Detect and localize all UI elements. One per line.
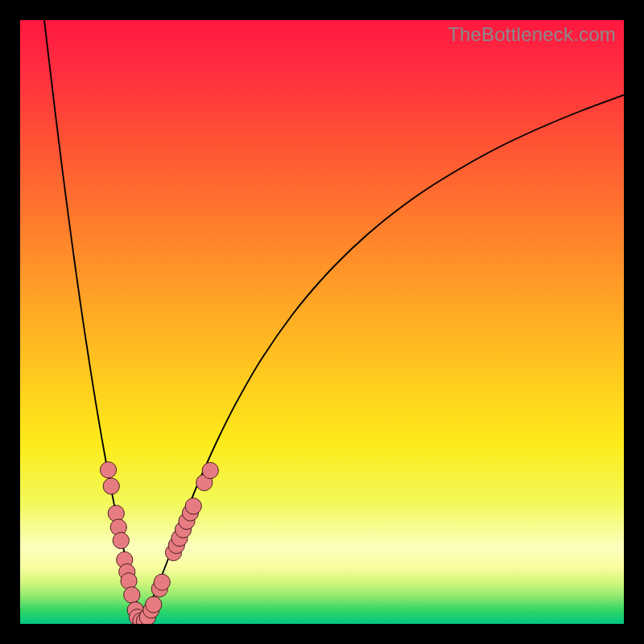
marker-point — [108, 506, 124, 522]
marker-point — [121, 573, 137, 589]
marker-point — [202, 462, 218, 478]
plot-area: TheBottleneck.com — [20, 20, 624, 624]
marker-point — [124, 587, 140, 603]
marker-point — [100, 462, 116, 478]
marker-point — [185, 498, 201, 514]
marker-point — [154, 574, 170, 590]
marker-point — [113, 532, 129, 548]
marker-point — [103, 478, 119, 494]
marker-point — [146, 597, 162, 613]
marker-group — [100, 462, 218, 624]
outer-frame: TheBottleneck.com — [0, 0, 644, 644]
curve-right-branch — [141, 95, 624, 618]
chart-curves — [20, 20, 624, 624]
